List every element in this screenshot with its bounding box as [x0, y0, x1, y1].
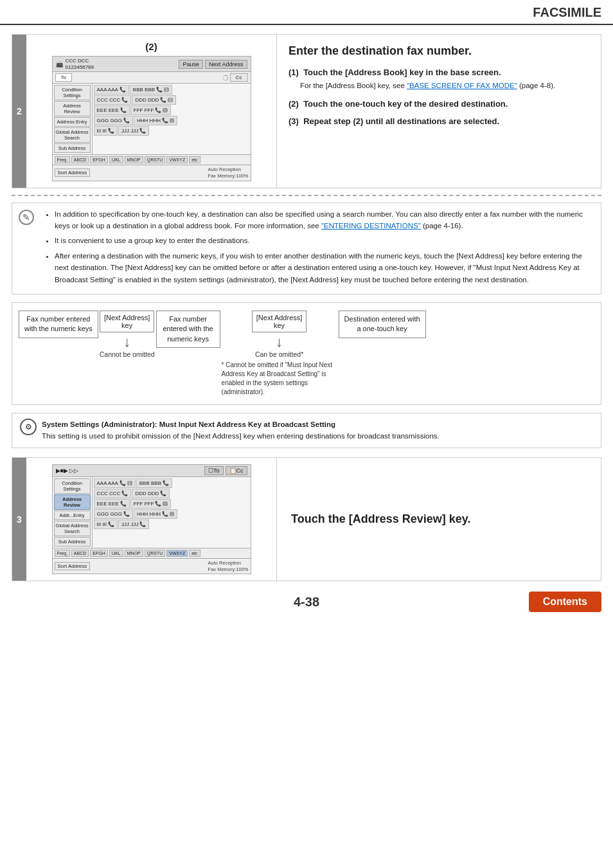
t3-abcd[interactable]: ABCD	[71, 550, 89, 557]
fax-number-display: CCC DCC 0123456789	[66, 58, 94, 70]
note-item-2: It is convenient to use a group key to e…	[55, 235, 594, 246]
diag-arrow-1: [Next Address]key ↓ Cannot be omitted	[98, 311, 156, 358]
s3-sub-address[interactable]: Sub Address	[54, 537, 91, 547]
tab-etc[interactable]: etc	[189, 156, 200, 163]
addr-cell-7[interactable]: GGG GGG 📞	[94, 116, 134, 125]
phone-icon-1: 📞	[120, 87, 126, 93]
tab-vwxyz[interactable]: VWXYZ	[166, 156, 188, 163]
addr-cell-8[interactable]: HHH HHH 📞 ↓	[134, 116, 177, 125]
sys-icon: ⚙	[20, 419, 37, 435]
addr3-cell-6[interactable]: FFF FFF📞↑	[130, 499, 171, 509]
t3-efgh[interactable]: EFGH	[90, 550, 107, 557]
t3-etc[interactable]: etc	[189, 550, 200, 557]
sys-content: System Settings (Administrator): Must In…	[42, 419, 440, 442]
t3-qrstu[interactable]: QRSTU	[145, 550, 166, 557]
note-icon-col: ✎	[19, 208, 37, 289]
note-content: In addition to specification by one-touc…	[43, 208, 594, 289]
next-addr-box-2: [Next Address]key	[252, 311, 307, 332]
down-arrow-2: ↓	[276, 334, 283, 350]
diag-box-3: Destination entered witha one-touch key	[339, 311, 426, 338]
tab-efgh[interactable]: EFGH	[90, 156, 107, 163]
addr3-row-3: EEE EEE📞 FFF FFF📞↑	[94, 499, 249, 509]
addr-cell-6[interactable]: FFF FFF 📞 ↑	[130, 105, 171, 115]
link-entering-destinations[interactable]: "ENTERING DESTINATIONS"	[321, 222, 421, 230]
phone-icon-4: 📞	[160, 97, 166, 103]
sidebar-global-search[interactable]: Global Address Search	[54, 127, 91, 143]
addr-cell-4[interactable]: DDD DDD 📞 2	[132, 95, 176, 105]
tab-to-3[interactable]: ☐To	[204, 466, 224, 475]
note-item-3: After entering a destination with the nu…	[55, 250, 594, 285]
addr3-cell-1[interactable]: AAA AAA📞1	[94, 478, 136, 488]
tab-mnop[interactable]: MNOP	[125, 156, 143, 163]
tab-cc[interactable]: Cc	[230, 73, 248, 82]
next-addr-box-1: [Next Address]key	[100, 311, 155, 332]
address-area: AAA AAA 📞 BBB BBB 📞 1	[93, 84, 251, 154]
step2-left-panel: (2) 📠 CCC DCC 0123456789 Pause Next Addr…	[26, 35, 277, 188]
t3-vwxyz[interactable]: VWXYZ	[166, 550, 188, 557]
phone-icon-7: 📞	[123, 118, 130, 123]
sidebar-address-entry[interactable]: Address Entry	[54, 117, 91, 127]
addr3-cell-7[interactable]: GGG GGG📞	[94, 509, 134, 519]
addr-cell-2[interactable]: BBB BBB 📞 1	[130, 85, 172, 95]
step3-title: Touch the [Address Review] key.	[291, 512, 470, 527]
addr3-cell-3[interactable]: CCC CCC📞	[94, 489, 132, 498]
section-number-3: 3	[12, 458, 26, 581]
tab-cc-3[interactable]: 📋Cc	[226, 466, 247, 475]
phone-icon-8: 📞	[162, 118, 168, 123]
t3-mnop[interactable]: MNOP	[125, 550, 143, 557]
addr-name-8: HHH HHH	[137, 118, 161, 123]
phone-icon-10: 📞	[139, 128, 146, 134]
tab-freq[interactable]: Freq.	[55, 156, 70, 163]
contents-button[interactable]: Contents	[529, 592, 601, 612]
addr3-cell-5[interactable]: EEE EEE📞	[94, 499, 130, 509]
tab-ijkl[interactable]: IJKL	[109, 156, 123, 163]
addr-cell-10[interactable]: JJJ JJJ 📞	[118, 126, 149, 136]
s3-condition[interactable]: Condition Settings	[54, 478, 91, 494]
instr-3-text: Repeat step (2) until all destinations a…	[303, 116, 499, 126]
addr3-cell-8[interactable]: HHH HHH📞↓	[134, 509, 177, 519]
addr-name-5: EEE EEE	[97, 107, 119, 113]
s3-sort-btn[interactable]: Sort Address	[55, 562, 91, 570]
addr3-cell-9[interactable]: III III📞	[94, 520, 118, 529]
sort-address-button[interactable]: Sort Address	[55, 168, 91, 177]
step2-main-title: Enter the destination fax number.	[289, 44, 589, 59]
addr-cell-5[interactable]: EEE EEE 📞	[94, 105, 130, 115]
ui-body: Condition Settings Address Review Addres…	[53, 84, 251, 154]
t3-freq[interactable]: Freq.	[55, 550, 70, 557]
diag-group-3: Destination entered witha one-touch key	[339, 311, 426, 338]
instr-2-num: (2)	[289, 99, 301, 109]
note-item-1: In addition to specification by one-touc…	[55, 208, 594, 232]
ui-tabs: To 📋 Cc	[53, 72, 251, 84]
s3-address-review[interactable]: Address Review	[54, 494, 91, 510]
addr-name-3: CCC CCC	[97, 97, 121, 103]
pause-button[interactable]: Pause	[179, 60, 203, 69]
sidebar-address-review[interactable]: Address Review	[54, 101, 91, 116]
sidebar-sub-address[interactable]: Sub Address	[54, 143, 91, 153]
ui3-body: Condition Settings Address Review Addr..…	[53, 477, 251, 548]
ui3-header: ▶■▶ ▷▷ ☐To 📋Cc	[53, 465, 251, 477]
section-number-2: 2	[12, 35, 26, 188]
tab-qrstu[interactable]: QRSTU	[145, 156, 166, 163]
note-icon: ✎	[19, 210, 34, 225]
addr3-row-1: AAA AAA📞1 BBB BBB📞	[94, 478, 249, 488]
addr-cell-9[interactable]: III III 📞	[94, 126, 118, 136]
link-base-screen[interactable]: "BASE SCREEN OF FAX MODE"	[407, 82, 517, 89]
sidebar-condition[interactable]: Condition Settings	[54, 85, 91, 100]
status-text: Auto Reception Fax Memory:100%	[208, 167, 249, 179]
addr3-cell-2[interactable]: BBB BBB📞	[136, 478, 172, 488]
tab-abcd[interactable]: ABCD	[71, 156, 89, 163]
addr3-cell-4[interactable]: DDD DDD📞	[132, 489, 170, 498]
tab-to[interactable]: To	[55, 73, 72, 82]
addr-cell-3[interactable]: CCC CCC 📞	[94, 95, 132, 105]
addr-name-10: JJJ JJJ	[121, 128, 138, 134]
fax-line1: CCC DCC	[66, 58, 94, 64]
instr-1-text: Touch the [Address Book] key in the base…	[303, 68, 501, 77]
addr-cell-1[interactable]: AAA AAA 📞	[94, 85, 129, 95]
s3-address-entry[interactable]: Addr...Entry	[54, 511, 91, 520]
diag-group-2: Fax numberentered with thenumeric keys	[156, 311, 220, 348]
addr-name-9: III III	[97, 128, 107, 134]
t3-ijkl[interactable]: IJKL	[109, 550, 123, 557]
s3-global-search[interactable]: Global Address Search	[54, 521, 91, 536]
addr3-cell-10[interactable]: JJJ JJJ📞	[118, 520, 149, 529]
next-address-button[interactable]: Next Address	[205, 60, 247, 69]
